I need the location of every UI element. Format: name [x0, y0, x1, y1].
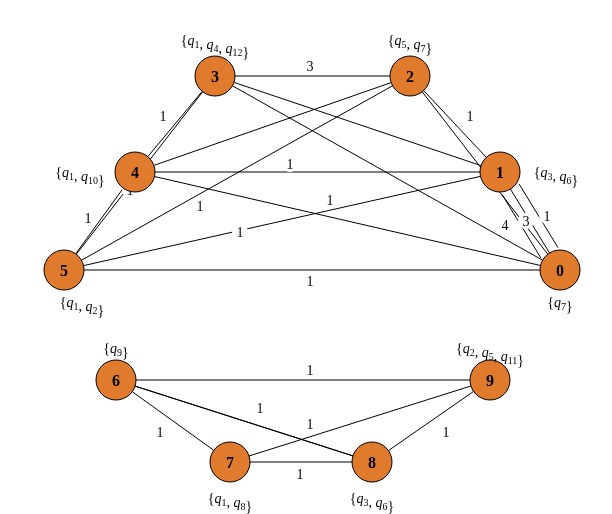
node-label-5: {q1, q2}	[60, 295, 104, 318]
edge-weight-8-9: 1	[443, 425, 450, 440]
graph-diagram: 1111111131143111111 0123456789 {q7}{q3, …	[0, 0, 612, 514]
edge-weight-4-3: 1	[160, 109, 167, 124]
edge-weight-7-9: 1	[307, 417, 314, 432]
edge-weight-1-0: 4	[502, 218, 509, 233]
edge-4-0	[154, 176, 540, 265]
node-label-0: {q7}	[547, 295, 572, 314]
edge-weight-1-0: 3	[523, 214, 530, 229]
node-id-0: 0	[556, 262, 564, 279]
edge-weight-6-9: 1	[307, 363, 314, 378]
edge-weight-1-0: 1	[544, 209, 551, 224]
edge-6-7	[132, 392, 214, 451]
node-label-8: {q3, q6}	[350, 491, 394, 514]
node-id-5: 5	[60, 262, 68, 279]
node-label-6: {q9}	[103, 341, 128, 360]
edge-2-1	[424, 91, 487, 158]
node-id-3: 3	[211, 68, 219, 85]
edge-weight-5-0: 1	[307, 274, 314, 289]
edge-8-9	[388, 391, 473, 450]
node-id-4: 4	[131, 164, 139, 181]
node-label-4: {q1, q10}	[55, 165, 104, 188]
edge-weight-2-1: 1	[467, 109, 474, 124]
node-label-7: {q1, q8}	[208, 491, 252, 514]
node-label-3: {q1, q4, q12}	[181, 33, 249, 60]
node-id-9: 9	[486, 372, 494, 389]
node-id-6: 6	[112, 372, 120, 389]
edge-weight-5-4: 1	[85, 211, 92, 226]
node-label-2: {q5, q7}	[388, 33, 432, 56]
edges-layer	[76, 76, 558, 462]
node-id-1: 1	[496, 164, 504, 181]
edge-weight-8-6: 1	[257, 401, 264, 416]
edge-weight-5-2: 1	[197, 199, 204, 214]
node-label-1: {q3, q6}	[534, 165, 578, 188]
edge-weight-6-7: 1	[157, 425, 164, 440]
edge-weight-5-1: 1	[237, 225, 244, 240]
edge-weight-7-8: 1	[297, 467, 304, 482]
node-id-8: 8	[368, 454, 376, 471]
node-labels-layer: {q7}{q3, q6}{q5, q7}{q1, q4, q12}{q1, q1…	[55, 33, 578, 514]
edge-8-6	[135, 386, 353, 456]
node-id-2: 2	[406, 68, 414, 85]
edge-4-3	[148, 91, 202, 156]
edge-weight-4-0: 1	[327, 193, 334, 208]
edge-weight-3-2: 3	[307, 59, 314, 74]
edge-weight-4-1: 1	[287, 157, 294, 172]
node-id-7: 7	[226, 454, 234, 471]
